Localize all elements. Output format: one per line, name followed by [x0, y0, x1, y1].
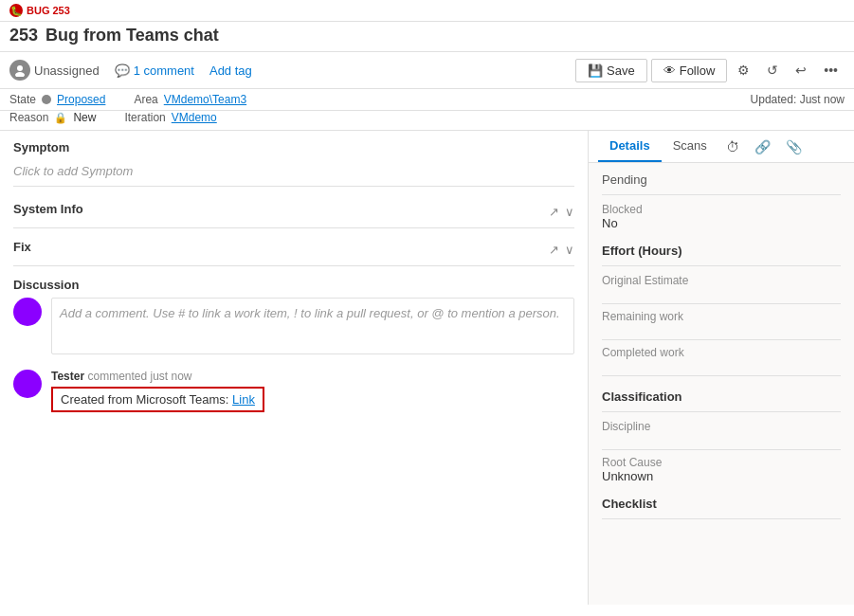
system-info-section: System Info ↗ ∨: [13, 202, 574, 228]
symptom-field[interactable]: Click to add Symptom: [13, 160, 574, 187]
new-comment-box: Add a comment. Use # to link a work item…: [13, 298, 574, 354]
blocked-label: Blocked: [602, 203, 841, 216]
right-panel: Details Scans ⏱ 🔗 📎 Pending Blocked No E…: [589, 131, 854, 605]
expand-icon[interactable]: ↗: [549, 205, 559, 219]
blocked-value: No: [602, 216, 841, 230]
svg-point-0: [17, 65, 23, 71]
tabs-row: Details Scans ⏱ 🔗 📎: [589, 131, 854, 163]
checklist-title: Checklist: [602, 497, 841, 511]
fix-header[interactable]: Fix ↗ ∨: [13, 240, 574, 266]
add-tag-link[interactable]: Add tag: [209, 63, 252, 78]
history-icon[interactable]: ⏱: [718, 134, 747, 160]
state-bar: State Proposed Area VMdemo\Team3 Updated…: [0, 89, 854, 111]
current-user-avatar: [13, 298, 42, 326]
attachment-icon[interactable]: 📎: [778, 134, 809, 160]
comment-text: Created from Microsoft Teams:: [61, 392, 232, 407]
chevron-down-icon[interactable]: ∨: [565, 205, 574, 219]
meta-bar: Unassigned 💬 1 comment Add tag 💾 Save 👁 …: [0, 52, 854, 89]
discipline-value[interactable]: [602, 433, 841, 450]
follow-icon: 👁: [663, 63, 676, 78]
fix-section: Fix ↗ ∨: [13, 240, 574, 266]
title-row: 253 Bug from Teams chat: [0, 22, 854, 52]
root-cause-value[interactable]: Unknown: [602, 469, 841, 483]
bug-label: BUG 253: [9, 4, 70, 17]
svg-point-1: [15, 72, 25, 77]
link-icon[interactable]: 🔗: [747, 134, 778, 160]
follow-button[interactable]: 👁 Follow: [651, 59, 728, 82]
reason-bar: Reason 🔒 New Iteration VMdemo: [0, 111, 854, 131]
assignee-field[interactable]: Unassigned: [9, 60, 100, 81]
state-dot: [42, 95, 51, 104]
classification-title: Classification: [602, 390, 841, 404]
work-item-title[interactable]: Bug from Teams chat: [45, 26, 219, 45]
iteration-item: Iteration VMdemo: [124, 111, 216, 124]
discussion-section: Discussion Add a comment. Use # to link …: [13, 278, 574, 412]
avatar: [9, 60, 30, 81]
comment-content: Created from Microsoft Teams: Link: [51, 387, 264, 412]
tab-details[interactable]: Details: [598, 131, 662, 162]
discussion-heading: Discussion: [13, 278, 574, 292]
remaining-work-value[interactable]: [602, 323, 841, 340]
refresh-button[interactable]: ↺: [760, 58, 785, 82]
effort-title: Effort (Hours): [602, 244, 841, 258]
main-content: Symptom Click to add Symptom System Info…: [0, 131, 854, 605]
comment-meta: Tester commented just now: [51, 370, 264, 383]
discipline-label: Discipline: [602, 420, 841, 433]
remaining-work-label: Remaining work: [602, 310, 841, 323]
toolbar-right: 💾 Save 👁 Follow ⚙ ↺ ↩ •••: [575, 58, 845, 82]
comment-link[interactable]: Link: [232, 392, 255, 407]
more-button[interactable]: •••: [817, 58, 845, 82]
reason-item: Reason 🔒 New: [9, 111, 96, 124]
expand-icon[interactable]: ↗: [549, 243, 559, 257]
right-content: Pending Blocked No Effort (Hours) Origin…: [589, 163, 854, 605]
system-info-header[interactable]: System Info ↗ ∨: [13, 202, 574, 228]
completed-work-label: Completed work: [602, 346, 841, 359]
undo-button[interactable]: ↩: [789, 58, 813, 82]
original-estimate-value[interactable]: [602, 287, 841, 304]
symptom-section: Symptom Click to add Symptom: [13, 140, 574, 187]
settings-button[interactable]: ⚙: [731, 58, 756, 82]
bug-label-bar: BUG 253: [0, 0, 854, 22]
completed-work-value[interactable]: [602, 359, 841, 376]
tab-scans[interactable]: Scans: [662, 131, 718, 162]
pending-label: Pending: [602, 172, 841, 187]
bug-icon: [9, 4, 23, 17]
commenter-avatar: [13, 370, 42, 398]
chevron-down-icon[interactable]: ∨: [565, 243, 574, 257]
fix-icons: ↗ ∨: [549, 243, 574, 257]
system-info-icons: ↗ ∨: [549, 205, 574, 219]
comment-input[interactable]: Add a comment. Use # to link a work item…: [51, 298, 574, 354]
comment-link[interactable]: 💬 1 comment: [115, 63, 194, 78]
save-icon: 💾: [588, 63, 603, 78]
work-item-number: 253: [9, 26, 38, 45]
lock-icon: 🔒: [54, 112, 67, 124]
symptom-heading: Symptom: [13, 140, 574, 154]
comment-icon: 💬: [115, 63, 130, 78]
root-cause-label: Root Cause: [602, 456, 841, 469]
area-item: Area VMdemo\Team3: [134, 93, 246, 106]
state-item: State Proposed: [9, 93, 105, 106]
save-button[interactable]: 💾 Save: [575, 59, 647, 82]
left-panel: Symptom Click to add Symptom System Info…: [0, 131, 589, 605]
comment-body: Tester commented just now Created from M…: [51, 370, 264, 412]
comment-item: Tester commented just now Created from M…: [13, 370, 574, 412]
original-estimate-label: Original Estimate: [602, 274, 841, 287]
